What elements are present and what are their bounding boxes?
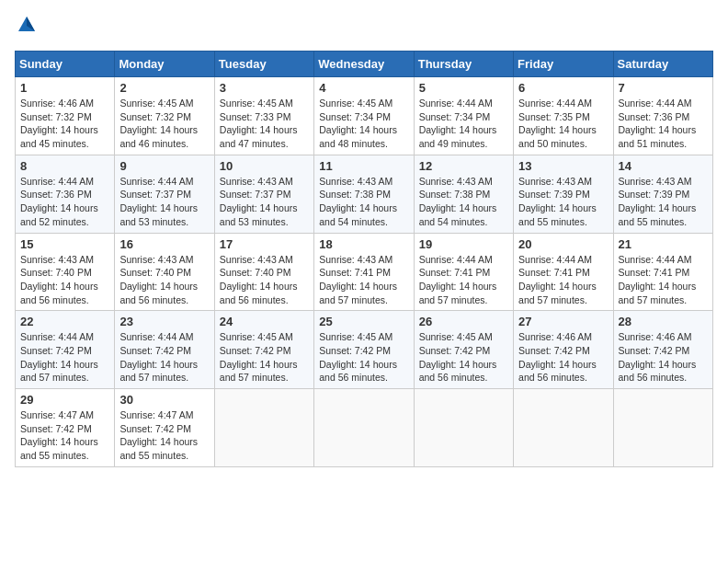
calendar-cell: 24 Sunrise: 4:45 AMSunset: 7:42 PMDaylig… [214, 311, 313, 389]
day-number: 8 [20, 159, 109, 173]
cell-text: Sunrise: 4:46 AMSunset: 7:42 PMDaylight:… [619, 331, 697, 383]
calendar-week-2: 8 Sunrise: 4:44 AMSunset: 7:36 PMDayligh… [16, 155, 713, 233]
cell-text: Sunrise: 4:43 AMSunset: 7:40 PMDaylight:… [20, 254, 98, 305]
calendar-cell: 15 Sunrise: 4:43 AMSunset: 7:40 PMDaylig… [16, 233, 115, 311]
day-number: 21 [619, 237, 708, 251]
weekday-header-tuesday: Tuesday [214, 52, 313, 77]
cell-text: Sunrise: 4:47 AMSunset: 7:42 PMDaylight:… [119, 409, 198, 461]
calendar-week-3: 15 Sunrise: 4:43 AMSunset: 7:40 PMDaylig… [16, 233, 713, 311]
page-header [15, 15, 713, 40]
cell-text: Sunrise: 4:46 AMSunset: 7:42 PMDaylight:… [518, 331, 597, 383]
day-number: 13 [518, 159, 608, 173]
cell-text: Sunrise: 4:44 AMSunset: 7:37 PMDaylight:… [119, 176, 198, 227]
day-number: 4 [319, 81, 408, 95]
day-number: 3 [220, 81, 309, 95]
calendar-week-4: 22 Sunrise: 4:44 AMSunset: 7:42 PMDaylig… [16, 311, 713, 389]
calendar-cell: 30 Sunrise: 4:47 AMSunset: 7:42 PMDaylig… [115, 389, 214, 467]
calendar-cell [314, 389, 414, 467]
calendar-cell: 9 Sunrise: 4:44 AMSunset: 7:37 PMDayligh… [115, 155, 214, 233]
calendar-cell: 17 Sunrise: 4:43 AMSunset: 7:40 PMDaylig… [214, 233, 313, 311]
calendar-week-5: 29 Sunrise: 4:47 AMSunset: 7:42 PMDaylig… [16, 389, 713, 467]
day-number: 11 [319, 159, 408, 173]
cell-text: Sunrise: 4:45 AMSunset: 7:42 PMDaylight:… [419, 331, 497, 383]
day-number: 7 [619, 81, 708, 95]
day-number: 24 [220, 315, 309, 328]
cell-text: Sunrise: 4:44 AMSunset: 7:41 PMDaylight:… [518, 254, 597, 305]
calendar-week-1: 1 Sunrise: 4:46 AMSunset: 7:32 PMDayligh… [16, 77, 713, 155]
calendar-cell: 10 Sunrise: 4:43 AMSunset: 7:37 PMDaylig… [214, 155, 313, 233]
cell-text: Sunrise: 4:45 AMSunset: 7:42 PMDaylight:… [319, 331, 397, 383]
day-number: 18 [319, 237, 408, 251]
day-number: 17 [220, 237, 309, 251]
calendar-cell: 26 Sunrise: 4:45 AMSunset: 7:42 PMDaylig… [414, 311, 513, 389]
calendar-cell: 21 Sunrise: 4:44 AMSunset: 7:41 PMDaylig… [613, 233, 712, 311]
calendar-cell [414, 389, 513, 467]
day-number: 5 [419, 81, 508, 95]
calendar-cell: 22 Sunrise: 4:44 AMSunset: 7:42 PMDaylig… [16, 311, 115, 389]
cell-text: Sunrise: 4:44 AMSunset: 7:42 PMDaylight:… [20, 331, 98, 383]
calendar-cell: 11 Sunrise: 4:43 AMSunset: 7:38 PMDaylig… [314, 155, 414, 233]
weekday-header-sunday: Sunday [16, 52, 115, 77]
calendar-cell: 6 Sunrise: 4:44 AMSunset: 7:35 PMDayligh… [514, 77, 613, 155]
day-number: 12 [419, 159, 508, 173]
calendar-cell: 16 Sunrise: 4:43 AMSunset: 7:40 PMDaylig… [115, 233, 214, 311]
day-number: 1 [20, 81, 109, 95]
calendar-cell: 8 Sunrise: 4:44 AMSunset: 7:36 PMDayligh… [16, 155, 115, 233]
cell-text: Sunrise: 4:45 AMSunset: 7:34 PMDaylight:… [319, 98, 397, 149]
calendar-cell: 7 Sunrise: 4:44 AMSunset: 7:36 PMDayligh… [613, 77, 712, 155]
calendar-cell [514, 389, 613, 467]
calendar-cell: 23 Sunrise: 4:44 AMSunset: 7:42 PMDaylig… [115, 311, 214, 389]
day-number: 15 [20, 237, 109, 251]
cell-text: Sunrise: 4:44 AMSunset: 7:41 PMDaylight:… [419, 254, 497, 305]
cell-text: Sunrise: 4:47 AMSunset: 7:42 PMDaylight:… [20, 409, 98, 461]
cell-text: Sunrise: 4:43 AMSunset: 7:40 PMDaylight:… [220, 254, 298, 305]
cell-text: Sunrise: 4:43 AMSunset: 7:41 PMDaylight:… [319, 254, 397, 305]
day-number: 28 [619, 315, 708, 328]
weekday-header-row: SundayMondayTuesdayWednesdayThursdayFrid… [16, 52, 713, 77]
cell-text: Sunrise: 4:43 AMSunset: 7:38 PMDaylight:… [319, 176, 397, 227]
calendar-table: SundayMondayTuesdayWednesdayThursdayFrid… [15, 51, 713, 467]
weekday-header-wednesday: Wednesday [314, 52, 414, 77]
weekday-header-saturday: Saturday [613, 52, 712, 77]
day-number: 19 [419, 237, 508, 251]
calendar-cell: 20 Sunrise: 4:44 AMSunset: 7:41 PMDaylig… [514, 233, 613, 311]
calendar-cell: 5 Sunrise: 4:44 AMSunset: 7:34 PMDayligh… [414, 77, 513, 155]
calendar-cell: 29 Sunrise: 4:47 AMSunset: 7:42 PMDaylig… [16, 389, 115, 467]
calendar-cell: 13 Sunrise: 4:43 AMSunset: 7:39 PMDaylig… [514, 155, 613, 233]
logo [15, 15, 37, 40]
cell-text: Sunrise: 4:44 AMSunset: 7:35 PMDaylight:… [518, 98, 597, 149]
cell-text: Sunrise: 4:44 AMSunset: 7:36 PMDaylight:… [619, 98, 697, 149]
logo-icon [17, 15, 37, 35]
day-number: 16 [119, 237, 209, 251]
cell-text: Sunrise: 4:43 AMSunset: 7:39 PMDaylight:… [619, 176, 697, 227]
cell-text: Sunrise: 4:44 AMSunset: 7:41 PMDaylight:… [619, 254, 697, 305]
calendar-cell [214, 389, 313, 467]
calendar-cell: 25 Sunrise: 4:45 AMSunset: 7:42 PMDaylig… [314, 311, 414, 389]
calendar-cell: 28 Sunrise: 4:46 AMSunset: 7:42 PMDaylig… [613, 311, 712, 389]
cell-text: Sunrise: 4:45 AMSunset: 7:32 PMDaylight:… [119, 98, 198, 149]
calendar-cell: 27 Sunrise: 4:46 AMSunset: 7:42 PMDaylig… [514, 311, 613, 389]
calendar-cell: 4 Sunrise: 4:45 AMSunset: 7:34 PMDayligh… [314, 77, 414, 155]
day-number: 2 [119, 81, 209, 95]
day-number: 6 [518, 81, 608, 95]
cell-text: Sunrise: 4:43 AMSunset: 7:40 PMDaylight:… [119, 254, 198, 305]
cell-text: Sunrise: 4:43 AMSunset: 7:38 PMDaylight:… [419, 176, 497, 227]
day-number: 27 [518, 315, 608, 328]
cell-text: Sunrise: 4:45 AMSunset: 7:33 PMDaylight:… [220, 98, 298, 149]
cell-text: Sunrise: 4:44 AMSunset: 7:36 PMDaylight:… [20, 176, 98, 227]
calendar-cell: 14 Sunrise: 4:43 AMSunset: 7:39 PMDaylig… [613, 155, 712, 233]
weekday-header-thursday: Thursday [414, 52, 513, 77]
weekday-header-monday: Monday [115, 52, 214, 77]
day-number: 29 [20, 393, 109, 407]
day-number: 30 [119, 393, 209, 407]
day-number: 23 [119, 315, 209, 328]
day-number: 25 [319, 315, 408, 328]
calendar-cell: 3 Sunrise: 4:45 AMSunset: 7:33 PMDayligh… [214, 77, 313, 155]
calendar-cell: 19 Sunrise: 4:44 AMSunset: 7:41 PMDaylig… [414, 233, 513, 311]
cell-text: Sunrise: 4:44 AMSunset: 7:34 PMDaylight:… [419, 98, 497, 149]
day-number: 10 [220, 159, 309, 173]
day-number: 20 [518, 237, 608, 251]
day-number: 9 [119, 159, 209, 173]
cell-text: Sunrise: 4:43 AMSunset: 7:37 PMDaylight:… [220, 176, 298, 227]
calendar-cell: 2 Sunrise: 4:45 AMSunset: 7:32 PMDayligh… [115, 77, 214, 155]
